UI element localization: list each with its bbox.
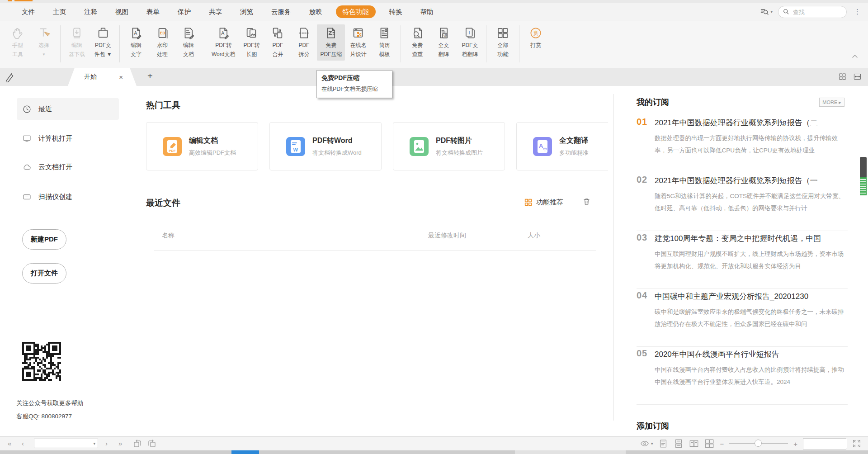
- zoom-out-button[interactable]: −: [720, 440, 724, 448]
- toolbar-edit-text[interactable]: A 编辑 文字: [123, 24, 149, 61]
- first-page-button[interactable]: «: [8, 440, 11, 447]
- zoom-percent-box[interactable]: [803, 438, 846, 449]
- subscription-item-3[interactable]: 03 建党100周年专题：变局之中把握时代机遇，中国 中国互联网理财用户规模不断…: [637, 232, 848, 289]
- single-page-view-icon[interactable]: [658, 439, 668, 449]
- toolbar-select-tool[interactable]: 选择 ▼: [31, 24, 57, 61]
- right-scrollbar-thumb[interactable]: [860, 157, 867, 195]
- tab-start[interactable]: 开始 ×: [68, 68, 137, 86]
- continuous-view-icon[interactable]: [674, 439, 684, 449]
- menu-home[interactable]: 主页: [44, 3, 75, 21]
- search-input[interactable]: [792, 8, 839, 16]
- menu-slideshow[interactable]: 放映: [300, 3, 331, 21]
- menu-convert[interactable]: 转换: [380, 3, 411, 21]
- collapse-ribbon-button[interactable]: [852, 52, 861, 60]
- sidebar-item-recent[interactable]: 最近: [17, 98, 119, 120]
- more-button[interactable]: MORE ▸: [819, 98, 844, 107]
- menu-form[interactable]: 表单: [137, 3, 169, 21]
- kebab-menu-icon[interactable]: ⋮: [852, 8, 863, 16]
- menu-view[interactable]: 视图: [106, 3, 137, 21]
- previous-view-icon: [132, 438, 143, 449]
- card-title: 全文翻译: [559, 136, 589, 146]
- find-search-box[interactable]: [778, 6, 847, 18]
- item-title[interactable]: 2021年中国数据处理器行业概览系列短报告（一: [655, 175, 848, 187]
- toolbar-pdf-to-long-image[interactable]: PDF转 长图: [238, 24, 264, 61]
- prev-page-button[interactable]: ‹: [22, 440, 24, 447]
- card-edit-document[interactable]: PDF 编辑文档 高效编辑PDF文档: [146, 122, 258, 170]
- last-page-button[interactable]: »: [118, 440, 122, 447]
- next-view-button[interactable]: [146, 438, 157, 449]
- toolbar-pdf-merge[interactable]: PDF 合并: [264, 24, 291, 61]
- taskbar-active-segment: [231, 450, 259, 454]
- page-number-input[interactable]: [34, 440, 91, 447]
- toolbar-reward[interactable]: 赏 打赏: [523, 24, 549, 52]
- toolbar-all-features[interactable]: 全部 功能: [490, 24, 516, 61]
- open-file-button[interactable]: 打开文件: [22, 263, 66, 284]
- two-page-continuous-view-icon[interactable]: [704, 439, 714, 449]
- fullscreen-icon[interactable]: [852, 439, 862, 449]
- toolbar-free-pdf-compress[interactable]: 免费 PDF压缩: [317, 24, 345, 61]
- toolbar-pdf-to-word[interactable]: A PDF转 Word文档: [208, 24, 238, 61]
- feature-recommend-button[interactable]: 功能推荐: [524, 198, 563, 207]
- menu-protect[interactable]: 保护: [169, 3, 200, 21]
- two-page-view-icon[interactable]: [689, 439, 699, 449]
- select-tool-icon: [37, 26, 51, 40]
- qr-code: [22, 342, 61, 381]
- view-eye-button[interactable]: ▾: [640, 439, 653, 449]
- card-pdf-to-image[interactable]: PDF转图片 将文档转换成图片: [393, 122, 505, 170]
- quick-pen-button[interactable]: [5, 71, 15, 82]
- clear-recent-trash-icon[interactable]: [582, 197, 591, 206]
- item-title[interactable]: 2021年中国数据处理器行业概览系列短报告（二: [655, 118, 848, 129]
- toolbar-pdf-split[interactable]: PDF 拆分: [291, 24, 317, 61]
- watermark-icon: ED: [156, 26, 169, 40]
- plagiarism-check-icon: [410, 26, 424, 40]
- reading-mode-icon[interactable]: [853, 72, 862, 81]
- subscription-item-1[interactable]: 01 2021年中国数据处理器行业概览系列短报告（二 数据处理器的出现一方面更好…: [637, 116, 848, 173]
- zoom-slider-handle[interactable]: [755, 440, 762, 447]
- card-subtitle: 将文档转换成Word: [312, 149, 362, 157]
- menu-cloud-service[interactable]: 云服务: [262, 3, 300, 21]
- item-title[interactable]: 2020年中国在线漫画平台行业短报告: [655, 349, 848, 361]
- subscription-item-4[interactable]: 04 中国碳中和主题产业宏观分析报告_20201230 碳中和是缓解温室效应带来…: [637, 289, 848, 347]
- item-title[interactable]: 建党100周年专题：变局之中把握时代机遇，中国: [655, 233, 848, 245]
- subscription-item-5[interactable]: 05 2020年中国在线漫画平台行业短报告 中国在线漫画平台内容付费收入占总收入…: [637, 347, 848, 405]
- previous-view-button[interactable]: [132, 438, 143, 449]
- menu-browse[interactable]: 浏览: [231, 3, 262, 21]
- toolbar-pdf-package[interactable]: PDF文 件包 ▼: [90, 24, 116, 61]
- sidebar-item-create-from-scanner[interactable]: 扫描仪创建: [17, 186, 119, 208]
- new-tab-button[interactable]: +: [147, 71, 153, 81]
- hot-tools-title: 热门工具: [146, 99, 180, 111]
- new-pdf-button[interactable]: 新建PDF: [22, 229, 66, 250]
- pdf-package-icon: [96, 26, 110, 40]
- menu-featured-functions-active[interactable]: 特色功能: [336, 5, 376, 18]
- item-title[interactable]: 中国碳中和主题产业宏观分析报告_20201230: [655, 291, 848, 303]
- zoom-slider[interactable]: [729, 443, 788, 444]
- pdf-merge-icon: [271, 26, 284, 40]
- menu-share[interactable]: 共享: [200, 3, 231, 21]
- advanced-find-button[interactable]: ▾: [760, 7, 773, 16]
- toolbar-divider: [60, 25, 61, 62]
- toolbar-pdf-doc-translate[interactable]: T PDF文 档翻译: [457, 24, 483, 61]
- zoom-in-button[interactable]: +: [793, 440, 797, 448]
- toolbar-watermark[interactable]: ED 水印 处理: [149, 24, 175, 61]
- tab-close-icon[interactable]: ×: [119, 73, 123, 81]
- toolbar-free-plagiarism-check[interactable]: 免费 查重: [404, 24, 430, 61]
- toolbar-hand-tool[interactable]: 手型 工具: [5, 24, 31, 61]
- grid-view-icon[interactable]: [838, 72, 847, 81]
- menu-comment[interactable]: 注释: [75, 3, 106, 21]
- page-number-box[interactable]: ▾: [34, 439, 98, 448]
- toolbar-full-text-translate[interactable]: 译 全文 翻译: [430, 24, 457, 61]
- menu-help[interactable]: 帮助: [411, 3, 443, 21]
- menu-file[interactable]: 文件: [13, 3, 44, 21]
- zoom-percent-input[interactable]: [803, 439, 847, 448]
- toolbar-resume-template[interactable]: 简历 模板: [371, 24, 397, 61]
- sidebar-item-open-from-cloud[interactable]: 云文档打开: [17, 156, 119, 178]
- subscription-item-2[interactable]: 02 2021年中国数据处理器行业概览系列短报告（一 随着5G和边缘计算的兴起，…: [637, 174, 848, 231]
- toolbar-business-card-design[interactable]: 在线名 片设计: [345, 24, 371, 61]
- window-accent-dash: [14, 0, 33, 1]
- card-pdf-to-word[interactable]: W PDF转Word 将文档转换成Word: [269, 122, 382, 170]
- toolbar-edit-document[interactable]: 编辑 文档: [175, 24, 202, 61]
- next-page-button[interactable]: ›: [105, 440, 108, 447]
- sidebar-item-open-from-computer[interactable]: 计算机打开: [17, 128, 119, 149]
- toolbar-editor-download[interactable]: 编辑 器下载: [64, 24, 90, 61]
- card-full-text-translate[interactable]: A 中 全文翻译 多功能精准: [516, 122, 608, 170]
